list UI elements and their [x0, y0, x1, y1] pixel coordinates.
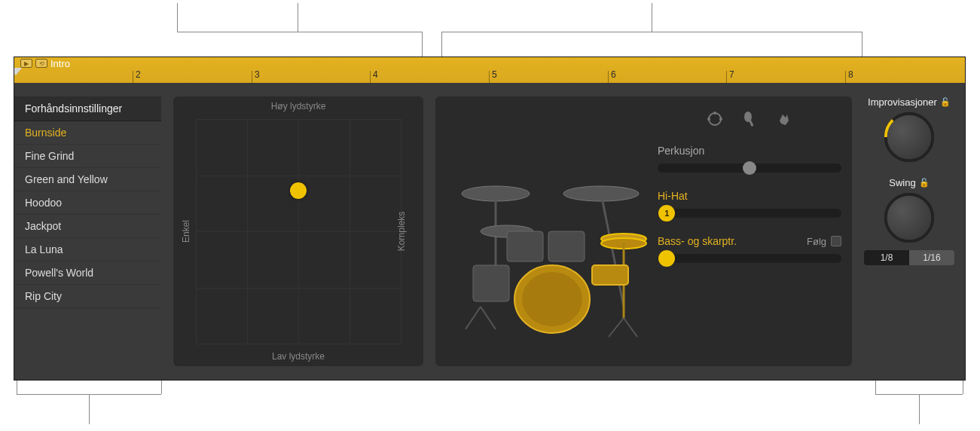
- xy-label-bottom: Lav lydstyrke: [272, 351, 325, 362]
- ruler-tick-label: 8: [848, 69, 853, 80]
- xy-label-top: Høy lydstyrke: [271, 101, 326, 112]
- kicksnare-slider[interactable]: [658, 250, 841, 267]
- preset-item[interactable]: Powell's World: [14, 261, 161, 285]
- svg-point-19: [707, 118, 710, 121]
- xy-label-right: Kompleks: [397, 212, 408, 252]
- svg-line-15: [481, 307, 496, 329]
- tambourine-icon[interactable]: [706, 110, 724, 131]
- region-title: Intro: [50, 58, 70, 69]
- handclap-icon[interactable]: [775, 110, 793, 131]
- swing-1-8[interactable]: 1/8: [864, 250, 909, 265]
- swing-division-toggle[interactable]: 1/8 1/16: [864, 250, 954, 265]
- fills-knob[interactable]: [884, 112, 934, 162]
- ruler-tick-label: 6: [611, 69, 616, 80]
- ruler-tick-label: 3: [255, 69, 260, 80]
- unlock-icon[interactable]: 🔓: [919, 178, 930, 188]
- drum-kit-visual[interactable]: [443, 104, 650, 359]
- svg-rect-8: [507, 231, 543, 261]
- hihat-value[interactable]: 1: [658, 205, 675, 222]
- svg-point-25: [886, 194, 933, 241]
- svg-rect-23: [749, 121, 753, 127]
- svg-point-20: [719, 118, 722, 121]
- percussion-label: Perkusjon: [658, 145, 841, 157]
- ruler-tick-label: 4: [373, 69, 378, 80]
- xy-label-left: Enkel: [181, 220, 191, 243]
- svg-point-13: [522, 272, 582, 326]
- preset-item[interactable]: La Luna: [14, 238, 161, 261]
- hihat-control: Hi-Hat 1: [658, 190, 841, 222]
- preset-item[interactable]: Jackpot: [14, 215, 161, 238]
- follow-label: Følg: [807, 236, 826, 247]
- preset-list: Forhåndsinnstillinger Burnside Fine Grin…: [14, 96, 161, 366]
- playhead[interactable]: [14, 68, 22, 75]
- svg-rect-11: [592, 265, 628, 285]
- xy-handle[interactable]: [290, 182, 307, 199]
- swing-label: Swing: [889, 177, 915, 188]
- preset-item[interactable]: Burnside: [14, 121, 161, 145]
- kicksnare-label-text: Bass- og skarptr.: [658, 235, 737, 247]
- svg-line-17: [624, 318, 637, 337]
- preset-item[interactable]: Fine Grind: [14, 145, 161, 168]
- svg-line-16: [609, 318, 624, 337]
- fills-label: Improvisasjoner: [868, 96, 937, 108]
- svg-rect-9: [548, 231, 585, 261]
- region-ruler[interactable]: ▶ ⟲ Intro 2 3 4 5 6 7 8: [14, 57, 965, 83]
- ruler-tick-label: 7: [729, 69, 734, 80]
- kicksnare-label: Bass- og skarptr. Følg: [658, 235, 841, 247]
- shaker-icon[interactable]: [740, 110, 759, 131]
- drummer-editor: ▶ ⟲ Intro 2 3 4 5 6 7 8 Forhåndsinnstill…: [14, 57, 966, 381]
- preset-item[interactable]: Green and Yellow: [14, 168, 161, 191]
- ruler-tick-label: 5: [492, 69, 497, 80]
- region-play-icon[interactable]: ▶: [20, 59, 32, 68]
- preset-header: Forhåndsinnstillinger: [14, 96, 161, 121]
- follow-checkbox[interactable]: [831, 236, 841, 246]
- ruler-ticks: 2 3 4 5 6 7 8: [14, 71, 965, 83]
- kit-panel: Perkusjon Hi-Hat 1 Bass- og skarptr.: [435, 96, 852, 366]
- ruler-tick-label: 2: [136, 69, 141, 80]
- percussion-slider[interactable]: [658, 160, 841, 176]
- svg-rect-10: [473, 265, 509, 301]
- preset-item[interactable]: Hoodoo: [14, 191, 161, 215]
- percussion-control: Perkusjon: [658, 145, 841, 176]
- unlock-icon[interactable]: 🔓: [940, 97, 951, 107]
- hihat-label: Hi-Hat: [658, 190, 841, 202]
- swing-1-16[interactable]: 1/16: [909, 250, 954, 265]
- svg-point-21: [713, 112, 716, 115]
- svg-line-3: [601, 194, 624, 307]
- svg-line-14: [466, 307, 481, 329]
- svg-point-18: [709, 113, 721, 125]
- swing-knob[interactable]: [884, 193, 934, 243]
- region-loop-icon[interactable]: ⟲: [35, 59, 47, 68]
- hihat-slider[interactable]: 1: [658, 205, 841, 222]
- kicksnare-control: Bass- og skarptr. Følg: [658, 235, 841, 267]
- knob-panel: Improvisasjoner 🔓 Swing 🔓: [864, 96, 954, 366]
- xy-pad[interactable]: Høy lydstyrke Lav lydstyrke Enkel Komple…: [173, 96, 423, 366]
- preset-item[interactable]: Rip City: [14, 285, 161, 308]
